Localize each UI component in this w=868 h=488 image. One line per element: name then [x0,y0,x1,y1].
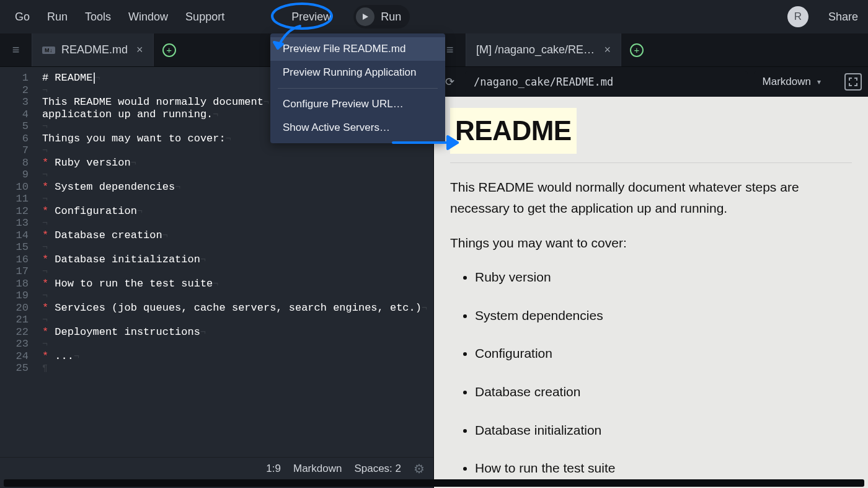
code-line[interactable]: ¬ [42,217,427,229]
preview-rule [450,162,852,163]
preview-tab-label: [M] /nagano_cake/READM [476,43,595,56]
plus-icon: + [630,43,644,57]
preview-tabbar: ≡ [M] /nagano_cake/READM × + [434,33,868,67]
syntax-mode[interactable]: Markdown [293,463,342,475]
code-line[interactable]: * Database initialization¬ [42,254,427,266]
editor-tab-readme[interactable]: M↓ README.md × [32,33,154,66]
menu-preview-label: Preview [291,11,331,23]
menu-go[interactable]: Go [6,7,38,27]
preview-path-input[interactable] [465,71,748,92]
share-button[interactable]: Share [820,7,862,27]
code-line[interactable]: * Database creation¬ [42,229,427,242]
run-label: Run [381,11,401,24]
dd-preview-file[interactable]: Preview File README.md [270,37,445,61]
preview-list-item: How to run the test suite [475,458,852,479]
code-line[interactable]: * System dependencies¬ [42,181,427,193]
cursor-position: 1:9 [266,463,281,475]
preview-heading: README [450,108,577,154]
preview-mode-label: Markdown [763,76,811,88]
preview-dropdown: Preview File README.md Preview Running A… [270,33,445,143]
preview-paragraph: This README would normally document what… [450,177,852,218]
code-line[interactable]: * How to run the test suite¬ [42,278,427,290]
menu-window[interactable]: Window [120,7,177,27]
menubar: Go Run Tools Window Support Preview Run … [0,0,868,33]
preview-tab[interactable]: [M] /nagano_cake/READM × [466,33,621,66]
hamburger-icon[interactable]: ≡ [0,33,32,66]
code-line[interactable]: ¬ [42,338,427,350]
code-line[interactable]: * ...¬ [42,350,427,363]
gear-icon[interactable]: ⚙ [414,461,425,476]
editor-statusbar: 1:9 Markdown Spaces: 2 ⚙ [0,457,433,479]
close-icon[interactable]: × [136,43,143,56]
code-line[interactable]: * Deployment instructions¬ [42,326,427,339]
preview-toolbar: ⟳ Markdown ▾ [434,67,868,97]
new-tab-button[interactable]: + [154,33,185,66]
expand-icon[interactable] [844,73,862,91]
markdown-file-icon: M↓ [42,47,55,54]
preview-pane: ≡ [M] /nagano_cake/READM × + ⟳ Markdown … [434,33,868,488]
preview-body[interactable]: README This README would normally docume… [434,97,868,488]
code-line[interactable]: ¬ [42,241,427,254]
dropdown-separator [278,88,438,89]
preview-list-item: Configuration [475,343,852,364]
preview-mode-select[interactable]: Markdown ▾ [754,71,838,92]
new-tab-button[interactable]: + [621,33,652,66]
close-icon[interactable]: × [604,43,611,56]
preview-list-item: Database initialization [475,420,852,441]
preview-list: Ruby versionSystem dependenciesConfigura… [450,267,852,479]
line-gutter: 1234567891011121314151617181920212223242… [0,67,35,457]
editor-tab-label: README.md [61,43,128,56]
menu-tools[interactable]: Tools [76,7,120,27]
code-line[interactable]: ¬ [42,265,427,278]
plus-icon: + [162,43,176,57]
chevron-down-icon: ▾ [817,78,821,86]
menu-support[interactable]: Support [177,7,233,27]
code-line[interactable]: ¬ [42,193,427,205]
preview-list-item: Ruby version [475,267,852,288]
code-line[interactable]: ¬ [42,290,427,302]
avatar[interactable]: R [787,6,808,27]
code-line[interactable]: ¬ [42,144,427,157]
dd-show-active-servers[interactable]: Show Active Servers… [270,116,445,140]
menu-run[interactable]: Run [38,7,76,27]
code-line[interactable]: * Configuration¬ [42,205,427,218]
code-line[interactable]: * Services (job queues, cache servers, s… [42,302,427,314]
run-button[interactable]: Run [353,5,410,29]
dd-configure-preview-url[interactable]: Configure Preview URL… [270,92,445,116]
preview-list-item: System dependencies [475,305,852,326]
preview-list-item: Database creation [475,381,852,402]
menu-preview[interactable]: Preview [283,7,340,27]
bottom-panel-handle[interactable] [4,479,864,487]
dd-preview-running-app[interactable]: Preview Running Application [270,61,445,84]
code-line[interactable]: * Ruby version¬ [42,157,427,169]
play-icon [356,7,374,26]
code-line[interactable]: ¬ [42,169,427,181]
code-line[interactable]: ¶ [42,362,427,375]
indent-setting[interactable]: Spaces: 2 [354,463,401,475]
preview-paragraph: Things you may want to cover: [450,233,852,254]
code-line[interactable]: ¬ [42,314,427,326]
